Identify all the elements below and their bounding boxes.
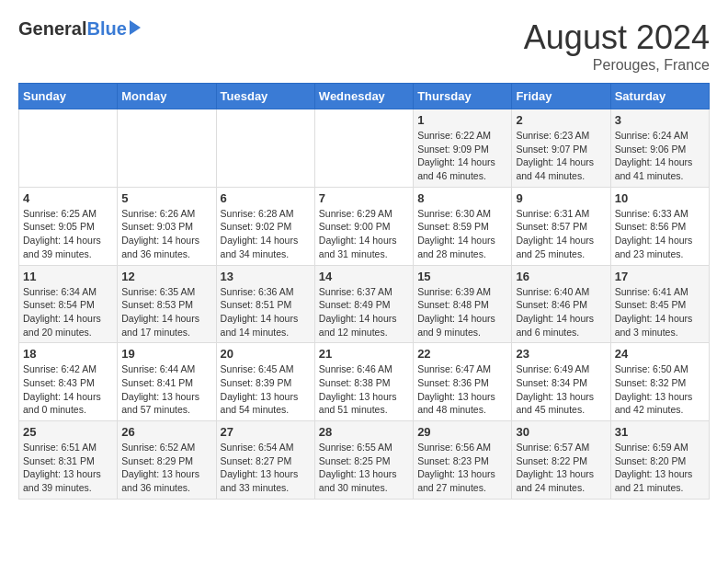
day-cell: 9Sunrise: 6:31 AM Sunset: 8:57 PM Daylig… bbox=[512, 187, 610, 265]
day-number: 2 bbox=[516, 113, 606, 127]
day-cell: 2Sunrise: 6:23 AM Sunset: 9:07 PM Daylig… bbox=[512, 109, 610, 188]
day-number: 5 bbox=[121, 191, 211, 205]
header-row: SundayMondayTuesdayWednesdayThursdayFrid… bbox=[19, 84, 710, 109]
day-number: 13 bbox=[221, 270, 311, 283]
week-row-4: 18Sunrise: 6:42 AM Sunset: 8:43 PM Dayli… bbox=[19, 343, 710, 421]
header-cell-friday: Friday bbox=[512, 84, 610, 109]
day-cell: 26Sunrise: 6:52 AM Sunset: 8:29 PM Dayli… bbox=[118, 421, 216, 500]
day-number: 17 bbox=[615, 270, 705, 283]
day-number: 9 bbox=[516, 191, 606, 205]
day-cell: 1Sunrise: 6:22 AM Sunset: 9:09 PM Daylig… bbox=[414, 109, 512, 188]
day-number: 11 bbox=[23, 270, 113, 283]
day-info: Sunrise: 6:52 AM Sunset: 8:29 PM Dayligh… bbox=[121, 441, 211, 495]
day-info: Sunrise: 6:26 AM Sunset: 9:03 PM Dayligh… bbox=[121, 207, 211, 261]
day-cell bbox=[19, 109, 118, 188]
day-info: Sunrise: 6:23 AM Sunset: 9:07 PM Dayligh… bbox=[516, 129, 606, 183]
day-info: Sunrise: 6:51 AM Sunset: 8:31 PM Dayligh… bbox=[23, 441, 113, 495]
day-cell: 22Sunrise: 6:47 AM Sunset: 8:36 PM Dayli… bbox=[414, 343, 512, 421]
day-number: 23 bbox=[516, 347, 606, 361]
day-number: 25 bbox=[23, 425, 113, 439]
day-cell: 28Sunrise: 6:55 AM Sunset: 8:25 PM Dayli… bbox=[314, 421, 413, 500]
day-cell: 27Sunrise: 6:54 AM Sunset: 8:27 PM Dayli… bbox=[216, 421, 314, 500]
day-info: Sunrise: 6:31 AM Sunset: 8:57 PM Dayligh… bbox=[516, 207, 606, 261]
day-number: 10 bbox=[615, 191, 705, 205]
day-info: Sunrise: 6:49 AM Sunset: 8:34 PM Dayligh… bbox=[516, 362, 606, 417]
day-info: Sunrise: 6:45 AM Sunset: 8:39 PM Dayligh… bbox=[221, 362, 311, 417]
day-cell: 29Sunrise: 6:56 AM Sunset: 8:23 PM Dayli… bbox=[414, 421, 512, 500]
day-info: Sunrise: 6:34 AM Sunset: 8:54 PM Dayligh… bbox=[23, 285, 113, 339]
day-info: Sunrise: 6:39 AM Sunset: 8:48 PM Dayligh… bbox=[417, 285, 507, 339]
day-cell: 14Sunrise: 6:37 AM Sunset: 8:49 PM Dayli… bbox=[314, 265, 413, 343]
day-number: 14 bbox=[319, 270, 409, 283]
day-info: Sunrise: 6:57 AM Sunset: 8:22 PM Dayligh… bbox=[516, 441, 606, 495]
day-cell: 11Sunrise: 6:34 AM Sunset: 8:54 PM Dayli… bbox=[19, 265, 118, 343]
day-info: Sunrise: 6:22 AM Sunset: 9:09 PM Dayligh… bbox=[417, 129, 507, 183]
title-block: August 2024 Perouges, France bbox=[524, 18, 710, 74]
day-cell bbox=[118, 109, 216, 188]
day-cell: 25Sunrise: 6:51 AM Sunset: 8:31 PM Dayli… bbox=[19, 421, 118, 500]
day-info: Sunrise: 6:41 AM Sunset: 8:45 PM Dayligh… bbox=[615, 285, 705, 339]
day-number: 1 bbox=[417, 113, 507, 127]
day-info: Sunrise: 6:46 AM Sunset: 8:38 PM Dayligh… bbox=[319, 362, 409, 417]
day-cell: 17Sunrise: 6:41 AM Sunset: 8:45 PM Dayli… bbox=[610, 265, 709, 343]
day-info: Sunrise: 6:24 AM Sunset: 9:06 PM Dayligh… bbox=[615, 129, 705, 183]
day-cell: 19Sunrise: 6:44 AM Sunset: 8:41 PM Dayli… bbox=[118, 343, 216, 421]
day-cell: 23Sunrise: 6:49 AM Sunset: 8:34 PM Dayli… bbox=[512, 343, 610, 421]
header-cell-wednesday: Wednesday bbox=[314, 84, 413, 109]
day-cell: 10Sunrise: 6:33 AM Sunset: 8:56 PM Dayli… bbox=[610, 187, 709, 265]
day-info: Sunrise: 6:55 AM Sunset: 8:25 PM Dayligh… bbox=[319, 441, 409, 495]
calendar-header: SundayMondayTuesdayWednesdayThursdayFrid… bbox=[19, 84, 710, 109]
day-number: 26 bbox=[121, 425, 211, 439]
day-cell: 13Sunrise: 6:36 AM Sunset: 8:51 PM Dayli… bbox=[216, 265, 314, 343]
week-row-1: 1Sunrise: 6:22 AM Sunset: 9:09 PM Daylig… bbox=[19, 109, 710, 188]
day-number: 19 bbox=[121, 347, 211, 361]
day-info: Sunrise: 6:36 AM Sunset: 8:51 PM Dayligh… bbox=[221, 285, 311, 339]
day-number: 4 bbox=[23, 191, 113, 205]
logo-general-text: General bbox=[18, 18, 86, 40]
day-cell: 21Sunrise: 6:46 AM Sunset: 8:38 PM Dayli… bbox=[314, 343, 413, 421]
day-number: 16 bbox=[516, 270, 606, 283]
month-title: August 2024 bbox=[524, 18, 710, 57]
day-info: Sunrise: 6:33 AM Sunset: 8:56 PM Dayligh… bbox=[615, 207, 705, 261]
day-info: Sunrise: 6:42 AM Sunset: 8:43 PM Dayligh… bbox=[23, 362, 113, 417]
day-info: Sunrise: 6:28 AM Sunset: 9:02 PM Dayligh… bbox=[221, 207, 311, 261]
day-cell: 30Sunrise: 6:57 AM Sunset: 8:22 PM Dayli… bbox=[512, 421, 610, 500]
day-number: 12 bbox=[121, 270, 211, 283]
day-info: Sunrise: 6:56 AM Sunset: 8:23 PM Dayligh… bbox=[417, 441, 507, 495]
day-number: 15 bbox=[417, 270, 507, 283]
day-number: 29 bbox=[417, 425, 507, 439]
header-cell-monday: Monday bbox=[118, 84, 216, 109]
day-number: 31 bbox=[615, 425, 705, 439]
day-cell: 24Sunrise: 6:50 AM Sunset: 8:32 PM Dayli… bbox=[610, 343, 709, 421]
location-subtitle: Perouges, France bbox=[524, 57, 710, 74]
day-info: Sunrise: 6:54 AM Sunset: 8:27 PM Dayligh… bbox=[221, 441, 311, 495]
day-number: 21 bbox=[319, 347, 409, 361]
calendar-table: SundayMondayTuesdayWednesdayThursdayFrid… bbox=[18, 83, 710, 500]
day-info: Sunrise: 6:50 AM Sunset: 8:32 PM Dayligh… bbox=[615, 362, 705, 417]
day-cell: 15Sunrise: 6:39 AM Sunset: 8:48 PM Dayli… bbox=[414, 265, 512, 343]
day-cell: 18Sunrise: 6:42 AM Sunset: 8:43 PM Dayli… bbox=[19, 343, 118, 421]
day-cell bbox=[314, 109, 413, 188]
header-cell-saturday: Saturday bbox=[610, 84, 709, 109]
day-info: Sunrise: 6:29 AM Sunset: 9:00 PM Dayligh… bbox=[319, 207, 409, 261]
day-cell: 4Sunrise: 6:25 AM Sunset: 9:05 PM Daylig… bbox=[19, 187, 118, 265]
page-header: General Blue August 2024 Perouges, Franc… bbox=[18, 18, 710, 74]
logo: General Blue bbox=[18, 18, 141, 40]
day-number: 6 bbox=[221, 191, 311, 205]
logo-blue-text: Blue bbox=[86, 18, 126, 40]
day-cell: 16Sunrise: 6:40 AM Sunset: 8:46 PM Dayli… bbox=[512, 265, 610, 343]
week-row-2: 4Sunrise: 6:25 AM Sunset: 9:05 PM Daylig… bbox=[19, 187, 710, 265]
day-info: Sunrise: 6:59 AM Sunset: 8:20 PM Dayligh… bbox=[615, 441, 705, 495]
header-cell-sunday: Sunday bbox=[19, 84, 118, 109]
day-number: 20 bbox=[221, 347, 311, 361]
day-info: Sunrise: 6:30 AM Sunset: 8:59 PM Dayligh… bbox=[417, 207, 507, 261]
day-cell: 20Sunrise: 6:45 AM Sunset: 8:39 PM Dayli… bbox=[216, 343, 314, 421]
day-number: 8 bbox=[417, 191, 507, 205]
day-info: Sunrise: 6:37 AM Sunset: 8:49 PM Dayligh… bbox=[319, 285, 409, 339]
day-cell: 8Sunrise: 6:30 AM Sunset: 8:59 PM Daylig… bbox=[414, 187, 512, 265]
day-number: 18 bbox=[23, 347, 113, 361]
calendar-body: 1Sunrise: 6:22 AM Sunset: 9:09 PM Daylig… bbox=[19, 109, 710, 500]
week-row-3: 11Sunrise: 6:34 AM Sunset: 8:54 PM Dayli… bbox=[19, 265, 710, 343]
day-info: Sunrise: 6:40 AM Sunset: 8:46 PM Dayligh… bbox=[516, 285, 606, 339]
day-cell: 3Sunrise: 6:24 AM Sunset: 9:06 PM Daylig… bbox=[610, 109, 709, 188]
